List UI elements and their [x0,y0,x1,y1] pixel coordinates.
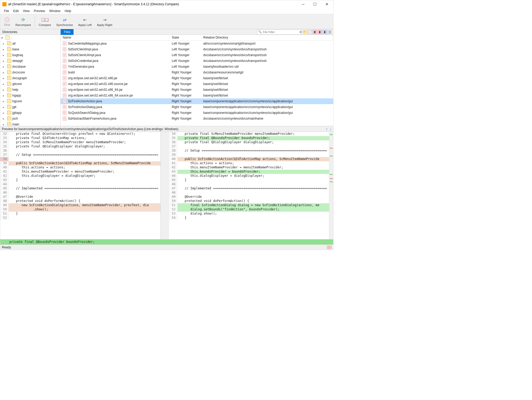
table-row[interactable]: SdSshClientUiImpl.javaLeft Youngerdvcsba… [61,52,333,58]
expand-icon[interactable]: ▸ [3,65,6,68]
expand-icon[interactable]: ▸ [3,106,6,109]
tree-item[interactable]: ▸jsch [0,116,60,121]
filter-left-only-icon[interactable]: 📁 [302,30,307,34]
code-line[interactable]: 32 private final QContainer<String> prev… [0,132,160,136]
code-line[interactable]: 44 [0,182,160,186]
tree-item[interactable]: ▸dvcsgraph [0,75,60,81]
code-line[interactable]: 36 [0,149,160,153]
code-line[interactable]: 34 private final ScMenuItemNameProvider … [0,140,160,145]
tree-item[interactable]: ▸all [0,41,60,46]
file-table-body[interactable]: SaCredentialMappings.javaLeft Youngerall… [61,41,333,126]
code-line[interactable]: 40 this.actions = actions; [0,166,160,170]
maximize-button[interactable]: ☐ [309,1,321,8]
table-row[interactable]: SdAbstractMainFrameActions.javaRight You… [61,116,333,121]
code-line[interactable]: 39 [169,153,329,157]
code-line[interactable]: 45 // Implemented ======================… [0,186,160,191]
code-line[interactable]: 43 this.boundsProvider = boundsProvider; [169,170,329,174]
tree-item[interactable]: ▸jgitapp [0,110,60,116]
code-line[interactable]: 41 this.menuItemNameProvider = menuItemN… [0,170,160,174]
table-row[interactable]: SdSshCredential.javaLeft Youngerdvcsbase… [61,58,333,64]
expand-icon[interactable]: ▸ [3,94,6,97]
code-line[interactable]: 44 this.dialogDisplayer = dialogDisplaye… [169,174,329,178]
code-line[interactable]: 37 [169,145,329,149]
tree-item[interactable]: ▸jgit [0,104,60,110]
tree-item[interactable]: ▸dvcscore [0,70,60,75]
column-relative-directory[interactable]: Relative Directory [201,35,333,40]
diff-left-content[interactable]: 32 private final QContainer<String> prev… [0,132,160,239]
code-line[interactable]: 35 private final QDialogDisplayer dialog… [0,145,160,149]
table-row[interactable]: ScFindActionAction.javaRight Youngerbase… [61,98,333,104]
recompare-button[interactable]: ⟳ Recompare [13,14,34,29]
minimize-button[interactable]: ─ [297,1,309,8]
code-line[interactable]: 41 this.actions = actions; [169,161,329,166]
code-line[interactable]: 42 this.menuItemNameProvider = menuItemN… [169,166,329,170]
expand-icon[interactable]: ▸ [3,48,6,51]
code-line[interactable]: 40 public ScFindActionAction(QIdToAction… [169,157,329,161]
column-state[interactable]: State [170,35,201,40]
code-line[interactable]: 47 // Implemented ======================… [169,186,329,191]
expand-icon[interactable]: ▸ [3,71,6,74]
table-row[interactable]: SaCredentialMappings.javaLeft Youngerall… [61,41,333,46]
file-filter-box[interactable]: 🔍 ⊗ [257,29,301,35]
filter-right-only-icon[interactable]: ▮ [322,30,327,34]
code-line[interactable]: 46 [0,191,160,195]
code-line[interactable]: 48 [169,191,329,195]
code-line[interactable]: 36 private final QDialogDisplayer dialog… [169,140,329,145]
tree-item[interactable]: ▸deepgit [0,58,60,64]
code-line[interactable]: 49 @Override [169,195,329,199]
tree-item[interactable]: ▸dvcsbase [0,64,60,70]
code-line[interactable]: 43 } [0,178,160,182]
expand-icon[interactable]: ▸ [3,60,6,62]
expand-icon[interactable]: ▸ [3,42,6,45]
tree-item[interactable]: ▸hgcore [0,98,60,104]
expand-icon[interactable]: ▸ [3,111,6,114]
code-line[interactable]: 34 private final ScMenuItemNameProvider … [169,132,329,136]
table-row[interactable]: YmlGenerator.javaLeft Youngerbase/q/boot… [61,64,333,70]
table-row[interactable]: org.eclipse.swt.win32.win32.x86.source.j… [61,81,333,87]
filter-changed-icon[interactable]: ▮ [312,30,317,34]
directory-tree[interactable]: ▾.▸all▸base▸bugtraq▸deepgit▸dvcsbase▸dvc… [0,35,60,126]
table-row[interactable]: buildRight Youngerdvcsbase/resources/sma… [61,70,333,75]
code-line[interactable]: 53 dialog.show(); [169,212,329,216]
tree-item[interactable]: ▸help [0,87,60,93]
code-line[interactable]: 46 [169,182,329,186]
close-button[interactable]: ✕ [321,1,333,8]
expand-icon[interactable]: ▸ [3,117,6,120]
code-line[interactable]: 54 } [169,216,329,220]
code-line[interactable]: 45 } [169,178,329,182]
table-row[interactable]: org.eclipse.swt.win32.win32.x86.jarRight… [61,75,333,81]
clear-icon[interactable]: ⊗ [299,30,302,34]
menu-view[interactable]: View [21,9,32,13]
synchronize-button[interactable]: ⇄ Synchronize [54,14,75,29]
filter-unchanged-icon[interactable]: ▯ [327,30,332,34]
table-row[interactable]: ScFindActionDialog.javaRight Youngerbase… [61,104,333,110]
column-name[interactable]: Name [61,35,170,40]
tree-item[interactable]: ▸base [0,46,60,52]
compare-button[interactable]: ❏❏ Compare [36,14,54,29]
tree-item[interactable]: ▸hgapp [0,93,60,98]
code-line[interactable]: 51 } [0,212,160,216]
code-line[interactable]: 35 private final QBoundsProvider boundsP… [169,136,329,140]
file-filter-input[interactable] [263,30,299,34]
apply-right-button[interactable]: ⇥ Apply Right [94,14,115,29]
code-line[interactable]: 50 protected void doPerformAction() { [169,199,329,203]
menu-window[interactable]: Window [47,9,63,13]
menu-file[interactable]: File [2,9,11,13]
diff-overview[interactable] [329,132,333,239]
tree-item[interactable]: ▸bugtraq [0,52,60,58]
filter-right-younger-icon[interactable]: ▮ [317,30,322,34]
code-line[interactable]: 47 @Override [0,195,160,199]
expand-icon[interactable]: ▸ [3,123,6,126]
menu-preview[interactable]: Preview [32,9,47,13]
code-line[interactable]: 38 [0,157,160,161]
code-line[interactable]: 39 public ScFindActionAction(QIdToAction… [0,161,160,166]
menu-edit[interactable]: Edit [11,9,21,13]
diff-right-content[interactable]: 34 private final ScMenuItemNameProvider … [169,132,329,239]
apply-left-button[interactable]: ⇤ Apply Left [76,14,94,29]
expand-icon[interactable]: ▸ [3,54,6,57]
expand-icon[interactable]: ▸ [3,77,6,80]
code-line[interactable]: 50 .show(); [0,207,160,212]
code-line[interactable]: 38 // Setup ============================… [169,149,329,153]
files-tab[interactable]: Files [61,29,74,35]
expand-icon[interactable]: ▾ [1,36,4,39]
